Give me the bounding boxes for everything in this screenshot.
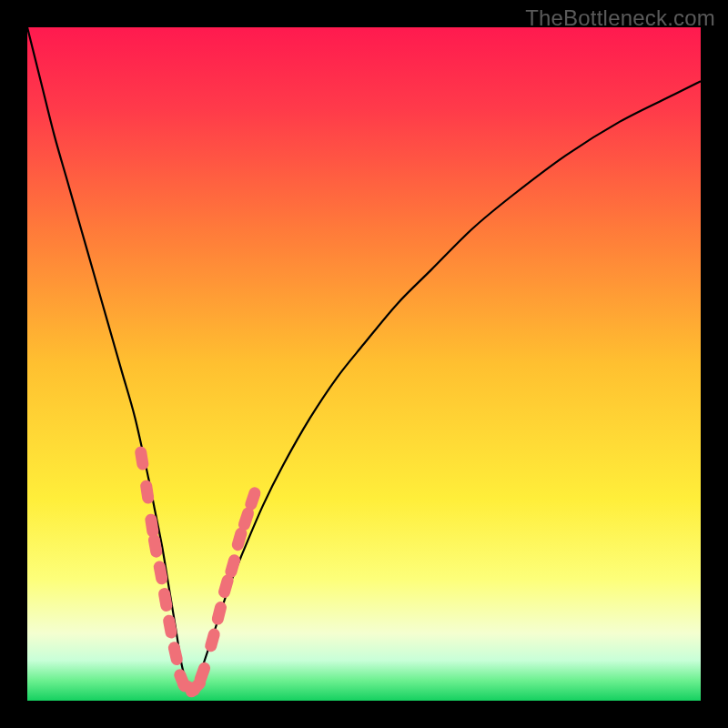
chart-svg — [27, 27, 701, 701]
plot-area — [27, 27, 701, 701]
watermark-text: TheBottleneck.com — [525, 5, 715, 31]
chart-frame: TheBottleneck.com — [0, 0, 728, 728]
plot-outer-border — [27, 27, 701, 701]
gradient-background — [27, 27, 701, 701]
